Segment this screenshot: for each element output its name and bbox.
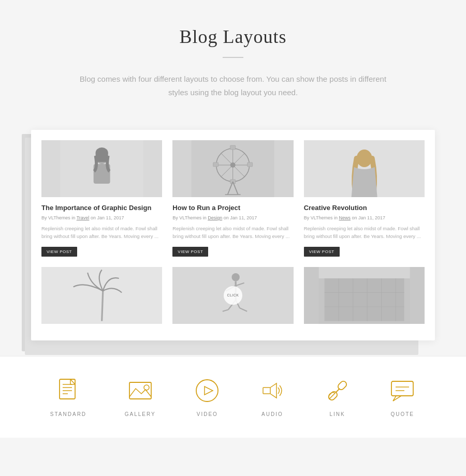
link-icon bbox=[324, 377, 351, 404]
svg-rect-12 bbox=[230, 145, 236, 150]
post-image-6 bbox=[304, 267, 425, 324]
blog-preview-wrapper: The Importance of Graphic Design By VLTh… bbox=[0, 109, 466, 356]
post-meta-date-3: on Jan 11, 2017 bbox=[351, 215, 385, 220]
post-excerpt-3: Replenish creeping let also midst of mad… bbox=[304, 225, 425, 240]
svg-point-49 bbox=[144, 385, 149, 390]
post-meta-prefix-2: By VLThemes in bbox=[172, 215, 208, 220]
blog-grid-top: The Importance of Graphic Design By VLTh… bbox=[41, 140, 425, 257]
post-image-4 bbox=[41, 267, 162, 324]
post-category-1: Travel bbox=[77, 215, 90, 220]
post-item-4 bbox=[41, 267, 162, 330]
post-meta-prefix-1: By VLThemes in bbox=[41, 215, 77, 220]
view-post-btn-2[interactable]: VIEW POST bbox=[172, 247, 208, 257]
icon-item-quote[interactable]: QUOTE bbox=[389, 377, 416, 417]
icons-section: STANDARD GALLERY VIDEO AUDIO bbox=[0, 356, 466, 438]
post-meta-3: By VLThemes in News on Jan 11, 2017 bbox=[304, 215, 425, 220]
post-image-1 bbox=[41, 140, 162, 197]
svg-rect-14 bbox=[213, 162, 219, 167]
standard-label: STANDARD bbox=[50, 411, 86, 417]
svg-line-22 bbox=[102, 290, 103, 321]
post-category-3: News bbox=[339, 215, 351, 220]
svg-line-55 bbox=[336, 389, 340, 393]
video-label: VIDEO bbox=[197, 411, 218, 417]
post-image-2 bbox=[172, 140, 293, 197]
post-meta-1: By VLThemes in Travel on Jan 11, 2017 bbox=[41, 215, 162, 220]
svg-rect-56 bbox=[391, 381, 413, 396]
post-title-3: Creative Revolution bbox=[304, 203, 425, 213]
svg-line-47 bbox=[70, 379, 75, 384]
post-item-1: The Importance of Graphic Design By VLTh… bbox=[41, 140, 162, 257]
quote-icon bbox=[389, 377, 416, 404]
video-icon bbox=[194, 377, 221, 404]
audio-icon bbox=[259, 377, 286, 404]
link-label: LINK bbox=[329, 411, 345, 417]
view-post-btn-1[interactable]: VIEW POST bbox=[41, 247, 77, 257]
post-excerpt-1: Replenish creeping let also midst of mad… bbox=[41, 225, 162, 240]
icon-item-video[interactable]: VIDEO bbox=[194, 377, 221, 417]
blog-card: The Importance of Graphic Design By VLTh… bbox=[31, 130, 435, 340]
post-excerpt-2: Replenish creeping let also midst of mad… bbox=[172, 225, 293, 240]
page-title: Blog Layouts bbox=[10, 26, 456, 48]
icon-item-gallery[interactable]: GALLERY bbox=[125, 377, 156, 417]
post-item-3: Creative Revolution By VLThemes in News … bbox=[304, 140, 425, 257]
icon-item-audio[interactable]: AUDIO bbox=[259, 377, 286, 417]
post-title-1: The Importance of Graphic Design bbox=[41, 203, 162, 213]
post-meta-prefix-3: By VLThemes in bbox=[304, 215, 339, 220]
view-post-btn-3[interactable]: VIEW POST bbox=[304, 247, 340, 257]
blog-grid-bottom: CLICK bbox=[41, 267, 425, 330]
post-item-6 bbox=[304, 267, 425, 330]
post-meta-date-2: on Jan 11, 2017 bbox=[222, 215, 257, 220]
document-icon bbox=[55, 377, 82, 404]
gallery-label: GALLERY bbox=[125, 411, 156, 417]
icon-item-standard[interactable]: STANDARD bbox=[50, 377, 86, 417]
svg-rect-41 bbox=[318, 267, 410, 278]
icon-item-link[interactable]: LINK bbox=[324, 377, 351, 417]
page-description: Blog comes with four different layouts t… bbox=[78, 72, 388, 99]
svg-point-50 bbox=[196, 380, 218, 401]
post-item-2: How to Run a Project By VLThemes in Desi… bbox=[172, 140, 293, 257]
post-item-5: CLICK bbox=[172, 267, 293, 330]
post-title-2: How to Run a Project bbox=[172, 203, 293, 213]
svg-rect-15 bbox=[247, 162, 253, 167]
post-image-5: CLICK bbox=[172, 267, 293, 324]
post-category-2: Design bbox=[208, 215, 222, 220]
click-overlay: CLICK bbox=[224, 286, 242, 305]
gallery-icon bbox=[127, 377, 154, 404]
title-divider bbox=[223, 57, 243, 58]
post-image-3 bbox=[304, 140, 425, 197]
header-section: Blog Layouts Blog comes with four differ… bbox=[0, 0, 466, 109]
audio-label: AUDIO bbox=[261, 411, 283, 417]
svg-rect-48 bbox=[129, 382, 151, 399]
post-meta-date-1: on Jan 11, 2017 bbox=[89, 215, 124, 220]
svg-marker-51 bbox=[205, 386, 213, 395]
svg-point-24 bbox=[232, 273, 240, 281]
svg-rect-33 bbox=[324, 278, 404, 321]
svg-rect-52 bbox=[263, 388, 270, 394]
post-meta-2: By VLThemes in Design on Jan 11, 2017 bbox=[172, 215, 293, 220]
quote-label: QUOTE bbox=[390, 411, 414, 417]
